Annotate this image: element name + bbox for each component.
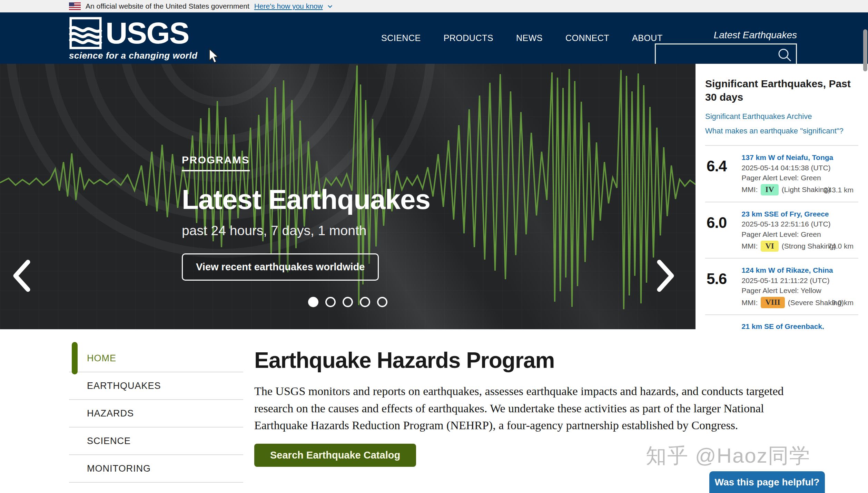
usgs-logo[interactable]: USGS science for a changing world [69,17,197,61]
logo-tagline: science for a changing world [69,50,197,61]
hero-content: PROGRAMS Latest Earthquakes past 24 hour… [182,154,430,281]
header-search-area: Latest Earthquakes [655,30,797,65]
active-indicator-bar [72,342,78,374]
carousel-dot-5[interactable] [377,297,387,307]
earthquake-row: 4.1 21 km SE of Greenback, Tennessee 202… [705,314,858,329]
earthquake-row: 6.0 23 km SSE of Fry, Greece 2025-05-13 … [705,202,858,258]
gov-banner: An official website of the United States… [0,0,868,12]
carousel-dots [0,297,696,307]
earthquake-location-link[interactable]: 21 km SE of Greenback, Tennessee [742,322,858,329]
page-helpful-button[interactable]: Was this page helpful? [709,471,825,493]
earthquake-row: 5.6 124 km W of Rikaze, China 2025-05-11… [705,258,858,314]
earthquake-depth: 9.0 km [832,299,854,307]
chevron-left-icon [11,259,32,292]
earthquake-location-link[interactable]: 137 km W of Neiafu, Tonga [742,153,834,162]
shaking-level: (Light Shaking) [782,185,830,194]
magnitude: 4.1 [707,322,737,329]
program-description: The USGS monitors and reports on earthqu… [254,383,805,434]
pager-alert-level: Pager Alert Level: Green [742,230,858,239]
page-title: Earthquake Hazards Program [254,348,805,373]
mmi-label: MMI: [742,298,758,308]
section-nav: HOME EARTHQUAKES HAZARDS SCIENCE MONITOR… [69,345,243,493]
usgs-wave-icon [69,17,102,50]
nav-news[interactable]: NEWS [516,33,543,43]
earthquake-time: 2025-05-11 21:11:22 (UTC) [742,276,858,285]
primary-nav: SCIENCE PRODUCTS NEWS CONNECT ABOUT [381,12,663,64]
mmi-badge: VIII [761,297,785,308]
carousel-dot-2[interactable] [325,297,336,307]
earthquake-depth: 74.0 km [828,242,854,250]
mmi-label: MMI: [742,241,758,251]
sidenav-home[interactable]: HOME [69,345,243,372]
gov-banner-text: An official website of the United States… [86,2,249,10]
earthquake-location-link[interactable]: 23 km SSE of Fry, Greece [742,210,829,219]
latest-earthquakes-link[interactable]: Latest Earthquakes [655,30,797,41]
earthquakes-archive-link[interactable]: Significant Earthquakes Archive [705,112,858,121]
magnitude: 6.4 [707,153,737,195]
chevron-right-icon [655,259,676,292]
nav-products[interactable]: PRODUCTS [444,33,493,43]
chevron-down-icon [328,3,332,8]
carousel-prev-button[interactable] [6,257,37,295]
nav-science[interactable]: SCIENCE [381,33,421,43]
logo-wordmark: USGS [106,18,189,48]
search-input[interactable] [656,44,796,64]
hero-title: Latest Earthquakes [182,184,430,215]
page-scrollbar[interactable] [862,0,868,493]
earthquake-list: 6.4 137 km W of Neiafu, Tonga 2025-05-14… [705,145,858,329]
earthquake-row: 6.4 137 km W of Neiafu, Tonga 2025-05-14… [705,145,858,202]
hero-subtitle: past 24 hours, 7 days, 1 month [182,223,430,238]
earthquake-time: 2025-05-14 04:15:38 (UTC) [742,163,858,173]
how-you-know-link[interactable]: Here's how you know [254,2,323,10]
nav-connect[interactable]: CONNECT [565,33,609,43]
article: Earthquake Hazards Program The USGS moni… [254,348,805,467]
carousel-next-button[interactable] [650,257,681,295]
magnitude: 6.0 [707,209,737,252]
sidenav-education[interactable]: EDUCATION [69,483,243,493]
carousel-dot-1[interactable] [308,297,318,307]
panel-title: Significant Earthquakes, Past 30 days [705,77,864,104]
us-flag-icon [69,2,81,10]
site-search-box[interactable] [655,43,797,65]
magnitude: 5.6 [707,265,737,308]
sidenav-science[interactable]: SCIENCE [69,427,243,455]
sidenav-hazards[interactable]: HAZARDS [69,400,243,427]
earthquake-time: 2025-05-13 22:51:16 (UTC) [742,219,858,229]
mmi-badge: VI [761,241,779,252]
what-is-significant-link[interactable]: What makes an earthquake "significant"? [705,127,858,135]
hero-carousel: PROGRAMS Latest Earthquakes past 24 hour… [0,64,696,329]
carousel-dot-4[interactable] [360,297,370,307]
site-header: USGS science for a changing world SCIENC… [0,12,868,64]
usgs-homepage: An official website of the United States… [0,0,868,493]
mmi-label: MMI: [742,185,758,194]
search-icon[interactable] [777,47,792,63]
sidenav-monitoring[interactable]: MONITORING [69,455,243,483]
sidenav-earthquakes[interactable]: EARTHQUAKES [69,372,243,400]
carousel-dot-3[interactable] [343,297,353,307]
earthquake-depth: 243.1 km [824,186,854,194]
pager-alert-level: Pager Alert Level: Yellow [742,286,858,295]
pager-alert-level: Pager Alert Level: Green [742,173,858,183]
search-earthquake-catalog-button[interactable]: Search Earthquake Catalog [254,444,416,467]
view-recent-earthquakes-button[interactable]: View recent earthquakes worldwide [182,253,379,281]
mmi-badge: IV [761,184,779,195]
scrollbar-thumb[interactable] [863,29,867,71]
significant-earthquakes-panel: Significant Earthquakes, Past 30 days Si… [696,64,868,329]
earthquake-location-link[interactable]: 124 km W of Rikaze, China [742,266,833,275]
programs-link[interactable]: PROGRAMS [182,154,250,171]
